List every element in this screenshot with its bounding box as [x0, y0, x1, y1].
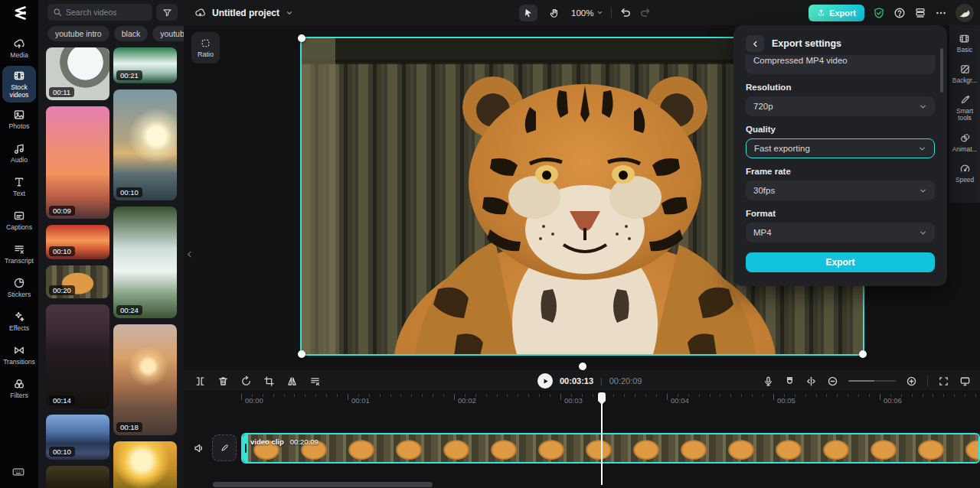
right-tab-speed[interactable]: Speed	[956, 163, 974, 184]
snap-button[interactable]	[784, 376, 795, 387]
time-ruler[interactable]: 00:0000:0100:0200:0300:0400:0500:06	[184, 392, 980, 408]
cursor-arrow-icon	[523, 8, 534, 18]
sidebar-item-transitions[interactable]: Transitions	[2, 339, 36, 372]
search-tag-black[interactable]: black	[114, 26, 149, 41]
export-name-field[interactable]: Compressed MP4 video	[746, 55, 935, 74]
stock-video-thumbnail-wave[interactable]: 00:18	[113, 324, 177, 435]
play-button[interactable]	[537, 373, 553, 389]
right-tab-smart-tools[interactable]: Smart tools	[949, 94, 980, 122]
stock-video-thumbnail-pinksky[interactable]: 00:09	[46, 106, 109, 219]
export-queue-icon[interactable]	[914, 7, 926, 19]
clip-duration: 00:20:09	[290, 438, 318, 446]
sidebar-item-stickers[interactable]: Stickers	[2, 272, 36, 304]
field-label-resolution: Resolution	[746, 83, 935, 92]
sidebar-item-stock-videos[interactable]: Stock videos	[2, 66, 36, 102]
rotate-handle[interactable]	[579, 363, 586, 370]
mirror-button[interactable]	[286, 376, 298, 387]
sidebar-item-label: Effects	[9, 325, 29, 332]
reverse-button[interactable]	[240, 376, 252, 387]
hand-tool-button[interactable]	[545, 5, 564, 21]
stock-video-thumbnail-waterfall1[interactable]: 00:21	[113, 47, 177, 83]
sidebar-item-effects[interactable]: Effects	[2, 305, 36, 338]
sidebar-item-label: Audio	[11, 157, 28, 164]
crop-button[interactable]	[263, 376, 275, 387]
clip-frame-thumbnail	[860, 434, 907, 462]
stock-video-thumbnail-darkclouds[interactable]	[46, 466, 109, 488]
sidebar-item-transcript[interactable]: Transcript	[2, 238, 36, 271]
timeline-zoom-slider[interactable]	[848, 380, 896, 382]
right-tab-animat[interactable]: Animat...	[952, 132, 978, 153]
undo-button[interactable]	[619, 7, 632, 19]
quality-select[interactable]: Fast exporting	[746, 138, 935, 158]
stock-video-thumbnail-darksea[interactable]: 00:14	[46, 304, 109, 408]
stock-video-thumbnail-tigerthumb[interactable]: 00:20	[46, 265, 109, 298]
track-mute-icon[interactable]	[193, 442, 205, 454]
right-tab-backgr[interactable]: Backgr...	[952, 63, 977, 84]
filter-button[interactable]	[156, 4, 178, 21]
fit-timeline-button[interactable]	[938, 376, 949, 387]
back-button[interactable]	[746, 35, 764, 52]
resolution-select[interactable]: 720p	[746, 96, 935, 116]
stock-video-thumbnail-city[interactable]: 00:10	[46, 415, 109, 460]
clip-trim-handle-left[interactable]	[243, 434, 248, 462]
sidebar-item-photos[interactable]: Photos	[2, 103, 36, 136]
search-tag-youtube-intro[interactable]: youtube intro	[47, 26, 109, 41]
format-select[interactable]: MP4	[746, 223, 935, 242]
ruler-label: 00:01	[351, 396, 370, 405]
timeline-video-clip[interactable]: video clip 00:20:09	[241, 433, 980, 464]
search-tag-youtube[interactable]: youtube	[152, 26, 184, 41]
field-label-quality: Quality	[746, 125, 935, 134]
canvas-zoom-control[interactable]: 100%	[571, 8, 603, 18]
track-display-button[interactable]	[959, 376, 971, 387]
ratio-button[interactable]: Ratio	[191, 32, 220, 63]
safe-shield-icon[interactable]	[873, 7, 885, 19]
resize-handle-top-left[interactable]	[298, 34, 305, 42]
right-tab-basic[interactable]: Basic	[957, 33, 972, 54]
delete-button[interactable]	[217, 376, 229, 387]
sidebar-item-media[interactable]: Media	[2, 32, 36, 65]
export-settings-panel: Export settings Compressed MP4 video Res…	[733, 25, 947, 286]
text-icon	[13, 176, 25, 188]
stock-video-thumbnail-sungrass[interactable]	[113, 441, 177, 488]
sidebar-item-audio[interactable]: Audio	[2, 137, 36, 170]
resize-handle-bottom-right[interactable]	[859, 350, 867, 358]
stock-video-thumbnail-waterfall2[interactable]: 00:24	[113, 207, 177, 318]
chevron-down-icon	[918, 145, 926, 153]
preview-axis-button[interactable]	[805, 376, 817, 387]
sidebar-item-captions[interactable]: Captions	[2, 204, 36, 237]
avatar[interactable]	[956, 4, 974, 22]
panel-scrollbar[interactable]	[940, 48, 943, 93]
redo-button[interactable]	[639, 7, 652, 19]
auto-captions-button[interactable]	[309, 376, 321, 387]
select-tool-button[interactable]	[519, 5, 537, 21]
frame-rate-select[interactable]: 30fps	[746, 181, 935, 200]
right-tools-rail: BasicBackgr...Smart toolsAnimat...Speed	[949, 25, 980, 203]
duration-badge: 00:10	[116, 187, 142, 197]
stock-video-thumbnail-plane[interactable]: 00:11	[46, 47, 109, 100]
timeline-zoom-out-button[interactable]	[827, 376, 838, 387]
search-input[interactable]	[66, 8, 147, 17]
stock-video-thumbnail-treesun[interactable]: 00:10	[113, 89, 177, 200]
timeline-zoom-in-button[interactable]	[906, 376, 917, 387]
export-confirm-button[interactable]: Export	[746, 252, 935, 272]
divider	[611, 8, 612, 18]
clip-frame-thumbnail	[433, 434, 480, 462]
sidebar-item-text[interactable]: Text	[2, 171, 36, 203]
sidebar-item-filters[interactable]: Filters	[2, 373, 36, 405]
keyboard-shortcuts-icon[interactable]	[10, 465, 27, 479]
stock-video-thumbnail-redsun[interactable]: 00:10	[46, 225, 109, 259]
panel-collapse-button[interactable]	[184, 241, 194, 267]
resize-handle-bottom-left[interactable]	[298, 350, 305, 358]
hand-icon	[549, 8, 560, 18]
voiceover-button[interactable]	[763, 376, 774, 387]
background-icon	[959, 63, 971, 75]
duration-badge: 00:14	[49, 395, 75, 405]
export-button-top[interactable]: Export	[808, 5, 864, 21]
cover-edit-button[interactable]	[212, 434, 237, 461]
timeline-horizontal-scrollbar[interactable]	[213, 482, 433, 487]
help-icon[interactable]	[893, 7, 906, 19]
clip-frame-thumbnail	[812, 434, 860, 462]
project-menu-chevron-icon[interactable]	[286, 9, 293, 17]
split-button[interactable]	[194, 376, 206, 387]
more-options-icon[interactable]	[935, 7, 947, 19]
